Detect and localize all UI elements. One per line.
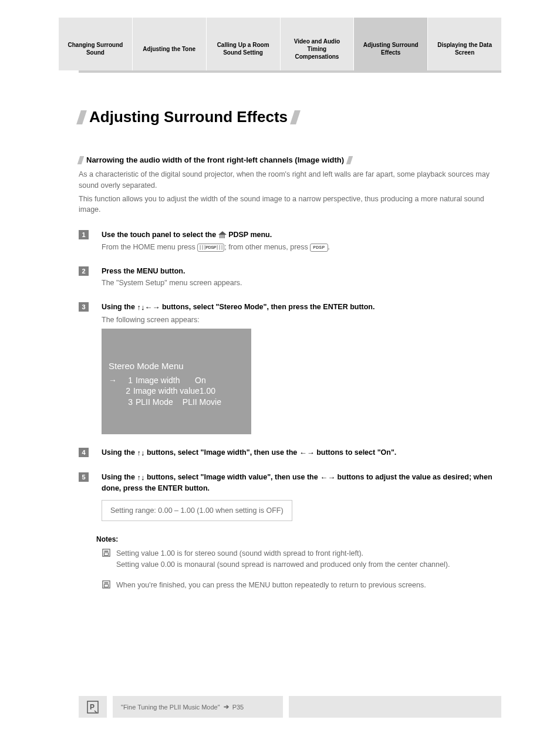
sub-heading-row: Narrowing the audio width of the front r… (79, 156, 501, 164)
tab-timing-compensations[interactable]: Video and Audio Timing Compensations (281, 18, 355, 70)
slash-icon (76, 110, 87, 124)
osd-row-1: → 1 Image width On (109, 375, 242, 386)
notes-block: Notes: Setting value 1.00 is for stereo … (79, 535, 501, 590)
pdsp-wide-button-icon: ┊┊┊PDSP┊┊┊ (197, 244, 224, 252)
slash-icon (77, 156, 85, 164)
tab-adjusting-tone[interactable]: Adjusting the Tone (133, 18, 207, 70)
page-ref-icon: P (79, 696, 107, 718)
slash-icon (346, 156, 353, 164)
osd-screenshot: Stereo Mode Menu → 1 Image width On 2 Im… (102, 329, 251, 434)
step-3-title: Using the ↑↓←→ buttons, select "Stereo M… (102, 302, 501, 313)
intro-paragraph-1: As a characteristic of the digital sound… (79, 169, 501, 191)
step-number-1: 1 (79, 230, 89, 239)
left-arrow-icon: ← (320, 473, 328, 482)
footer-ref-text[interactable]: "Fine Tuning the PLII Music Mode" ➔ P35 (113, 696, 283, 718)
tab-adjusting-surround-effects[interactable]: Adjusting Surround Effects (354, 18, 428, 70)
step-1-title: Use the touch panel to select the PDSP m… (102, 229, 501, 241)
slash-icon (290, 110, 301, 124)
osd-row-3: 3 PLII Mode PLII Movie (109, 397, 242, 408)
right-arrow-icon: → (307, 448, 315, 457)
right-arrow-icon: → (328, 473, 335, 482)
left-arrow-icon: ← (144, 303, 152, 312)
step-4: 4 Using the ↑↓ buttons, select "Image wi… (79, 447, 501, 459)
page-title: Adjusting Surround Effects (89, 108, 288, 126)
step-5: 5 Using the ↑↓ buttons, select "Image wi… (79, 472, 501, 521)
step-3-desc: The following screen appears: (102, 315, 501, 326)
step-4-title: Using the ↑↓ buttons, select "Image widt… (102, 447, 501, 459)
intro-paragraph-2: This function allows you to adjust the w… (79, 194, 501, 216)
step-number-3: 3 (79, 302, 89, 312)
right-arrow-icon: ➔ (224, 703, 229, 711)
osd-row-2: 2 Image width value 1.00 (109, 386, 242, 397)
note-icon (102, 549, 110, 557)
right-arrow-icon: → (152, 303, 160, 312)
notes-heading: Notes: (96, 535, 501, 543)
note-1-line-2: Setting value 0.00 is monaural (sound sp… (116, 559, 450, 570)
note-2: When you're finished, you can press the … (102, 580, 501, 591)
svg-rect-2 (104, 553, 109, 555)
step-5-title: Using the ↑↓ buttons, select "Image widt… (102, 472, 501, 494)
note-1: Setting value 1.00 is for stereo sound (… (102, 548, 501, 570)
svg-rect-4 (104, 582, 109, 583)
pdsp-house-icon (218, 231, 227, 238)
step-1-desc: From the HOME menu press ┊┊┊PDSP┊┊┊; fro… (102, 242, 501, 253)
step-2-title: Press the MENU button. (102, 266, 501, 277)
step-2-desc: The "System Setup" menu screen appears. (102, 278, 501, 289)
svg-text:P: P (90, 703, 95, 711)
setting-range-box: Setting range: 0.00 – 1.00 (1.00 when se… (102, 500, 292, 521)
pdsp-button-icon: PDSP (310, 244, 328, 252)
step-1: 1 Use the touch panel to select the PDSP… (79, 229, 501, 253)
sub-heading: Narrowing the audio width of the front r… (86, 156, 344, 164)
tabs-row: Changing Surround Sound Adjusting the To… (0, 18, 560, 70)
svg-rect-1 (104, 551, 109, 552)
left-arrow-icon: ← (299, 448, 307, 457)
osd-title: Stereo Mode Menu (109, 360, 242, 372)
step-2: 2 Press the MENU button. The "System Set… (79, 266, 501, 289)
step-3: 3 Using the ↑↓←→ buttons, select "Stereo… (79, 302, 501, 434)
tab-data-screen[interactable]: Displaying the Data Screen (428, 18, 501, 70)
note-1-line-1: Setting value 1.00 is for stereo sound (… (116, 548, 450, 559)
svg-rect-5 (104, 584, 109, 587)
note-2-text: When you're finished, you can press the … (116, 580, 426, 591)
footer-cross-reference: P "Fine Tuning the PLII Music Mode" ➔ P3… (79, 696, 501, 718)
note-icon (102, 580, 110, 589)
page-title-row: Adjusting Surround Effects (79, 108, 501, 126)
step-number-2: 2 (79, 266, 89, 276)
footer-spacer (289, 696, 501, 718)
step-number-4: 4 (79, 448, 89, 457)
osd-cursor-icon: → (109, 375, 117, 386)
tab-changing-surround-sound[interactable]: Changing Surround Sound (59, 18, 133, 70)
tab-room-sound-setting[interactable]: Calling Up a Room Sound Setting (207, 18, 281, 70)
step-number-5: 5 (79, 472, 89, 482)
